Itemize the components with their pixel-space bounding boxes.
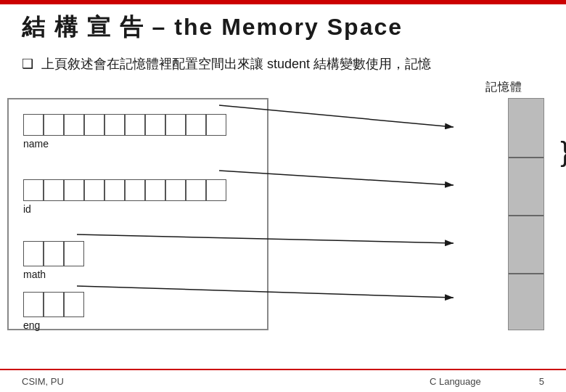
eng-cells	[23, 292, 84, 317]
memory-block	[508, 98, 544, 330]
cell	[104, 179, 125, 201]
cell	[44, 241, 64, 266]
struct-box: name id	[7, 98, 268, 330]
footer-right: C Language 5	[430, 376, 544, 387]
cell	[206, 114, 226, 136]
memory-divider-2	[509, 215, 544, 216]
footer-left: CSIM, PU	[22, 376, 64, 387]
id-cells	[23, 179, 226, 201]
footer: CSIM, PU C Language 5	[0, 369, 566, 392]
cell	[64, 292, 84, 317]
page-title: 結 構 宣 告 – the Memory Space	[22, 14, 403, 40]
cell	[44, 179, 64, 201]
footer-page: 5	[539, 376, 544, 387]
cell	[165, 179, 186, 201]
main-content: 記憶體 name	[0, 80, 566, 348]
cell	[64, 179, 84, 201]
student-brace: }	[560, 138, 566, 166]
memory-block-container	[504, 98, 544, 330]
eng-field: eng	[23, 292, 84, 331]
cell	[23, 241, 44, 266]
eng-label: eng	[23, 319, 84, 331]
cell	[125, 179, 145, 201]
cell	[84, 179, 104, 201]
name-label: name	[23, 138, 226, 150]
page: 結 構 宣 告 – the Memory Space ❑ 上頁敘述會在記憶體裡配…	[0, 0, 566, 392]
name-cells	[23, 114, 226, 136]
memory-label: 記憶體	[485, 80, 522, 95]
cell	[23, 292, 44, 317]
cell	[23, 179, 44, 201]
cell	[145, 114, 165, 136]
math-label: math	[23, 269, 84, 280]
cell	[44, 114, 64, 136]
name-field: name	[23, 114, 226, 150]
id-field: id	[23, 179, 226, 215]
id-label: id	[23, 203, 226, 215]
cell	[145, 179, 165, 201]
cell	[64, 241, 84, 266]
cell	[84, 114, 104, 136]
cell	[64, 114, 84, 136]
memory-divider-3	[509, 273, 544, 274]
cell	[44, 292, 64, 317]
cell	[206, 179, 226, 201]
subtitle-text: 上頁敘述會在記憶體裡配置空間出來讓 student 結構變數使用，記憶	[41, 57, 431, 71]
bullet-icon: ❑	[22, 57, 33, 71]
footer-center: C Language	[430, 376, 481, 387]
memory-divider-1	[509, 157, 544, 158]
cell	[186, 114, 206, 136]
cell	[104, 114, 125, 136]
cell	[23, 114, 44, 136]
math-cells	[23, 241, 84, 266]
cell	[165, 114, 186, 136]
cell	[125, 114, 145, 136]
cell	[186, 179, 206, 201]
subtitle-area: ❑ 上頁敘述會在記憶體裡配置空間出來讓 student 結構變數使用，記憶	[0, 49, 566, 75]
title-area: 結 構 宣 告 – the Memory Space	[0, 0, 566, 49]
math-field: math	[23, 241, 84, 280]
